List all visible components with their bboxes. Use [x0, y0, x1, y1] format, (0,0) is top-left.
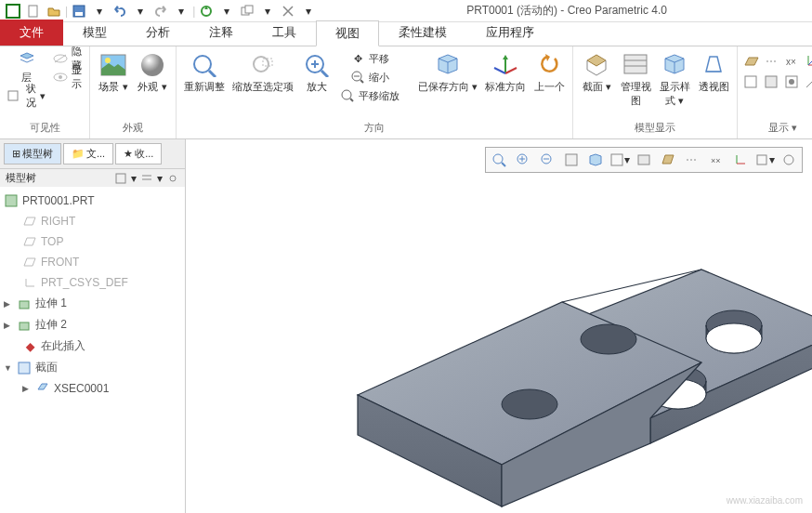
content-area: ⊞模型树 📁文... ★收... 模型树 ▾ ▾ PRT0001.PRT RIG…	[0, 139, 812, 513]
tree-tool1-icon[interactable]	[114, 172, 127, 185]
new-icon[interactable]	[24, 2, 43, 20]
pan-zoom-button[interactable]: 平移缩放	[338, 87, 401, 104]
zoom-out-button[interactable]: 缩小	[348, 69, 391, 86]
svg-point-26	[342, 90, 351, 99]
display-opt4-icon[interactable]	[805, 74, 812, 89]
svg-rect-41	[766, 76, 777, 87]
point-icon[interactable]: x×	[784, 54, 801, 69]
tab-file[interactable]: 文件	[0, 20, 63, 46]
expand-icon[interactable]: ▶	[22, 384, 32, 393]
show-button[interactable]: 显示	[51, 69, 84, 86]
save-icon[interactable]	[70, 2, 88, 20]
tab-annotate[interactable]: 注释	[190, 20, 253, 46]
tree-datum-right[interactable]: RIGHT	[4, 211, 181, 231]
3d-viewport[interactable]: ▾ ×× ▾	[186, 139, 812, 513]
regen-icon[interactable]	[197, 2, 216, 20]
collapse-icon[interactable]: ▼	[4, 363, 13, 373]
chevron-down-icon[interactable]: ▾	[217, 2, 236, 20]
zoom-in-label: 放大	[307, 80, 327, 94]
state-icon	[7, 88, 22, 103]
display-opt2-icon[interactable]	[764, 74, 780, 89]
tree-root[interactable]: PRT0001.PRT	[4, 191, 181, 211]
tree-tab-folder[interactable]: 📁文...	[63, 143, 113, 164]
display-style-button[interactable]: 显示样式 ▾	[657, 50, 692, 110]
previous-view-button[interactable]: 上一个	[531, 50, 567, 96]
saved-orient-label: 已保存方向	[418, 81, 469, 92]
saved-orient-button[interactable]: 已保存方向 ▾	[416, 50, 479, 96]
chevron-down-icon[interactable]: ▾	[258, 2, 277, 20]
svg-rect-52	[20, 301, 29, 309]
tree-tab-fav[interactable]: ★收...	[115, 143, 162, 164]
csys-icon[interactable]	[805, 54, 812, 69]
chevron-down-icon[interactable]: ▾	[131, 2, 150, 20]
tree-datum-front[interactable]: FRONT	[4, 252, 181, 272]
zoom-in-button[interactable]: 放大	[299, 50, 334, 96]
star-icon: ★	[124, 148, 133, 160]
look-button[interactable]: 外观 ▾	[135, 50, 170, 96]
svg-point-13	[105, 58, 111, 63]
tree-tab-model[interactable]: ⊞模型树	[4, 143, 61, 164]
axis-icon[interactable]	[764, 54, 780, 69]
folder-icon: 📁	[72, 148, 85, 160]
chevron-down-icon[interactable]: ▾	[299, 2, 318, 20]
ribbon-group-model-display: 截面 ▾ 管理视图 显示样式 ▾ 透视图 模型显示	[573, 46, 738, 138]
show-label: 显示	[72, 63, 82, 91]
svg-point-76	[502, 389, 557, 419]
tab-tools[interactable]: 工具	[253, 20, 316, 46]
expand-icon[interactable]: ▶	[4, 299, 13, 309]
plane-icon	[22, 255, 37, 270]
tab-view[interactable]: 视图	[316, 20, 379, 46]
scene-button[interactable]: 场景 ▾	[96, 50, 131, 96]
tree-section-node[interactable]: ▼截面	[4, 357, 181, 378]
state-button[interactable]: 状况▾	[6, 87, 47, 104]
display-opt3-icon[interactable]	[784, 74, 801, 89]
tab-analysis[interactable]: 分析	[126, 20, 190, 46]
pan-label: 平移	[369, 52, 389, 66]
standard-orient-label: 标准方向	[485, 80, 526, 94]
look-label: 外观	[138, 81, 158, 92]
redo-icon[interactable]	[151, 2, 170, 20]
part-icon	[4, 193, 19, 208]
tree-settings-icon[interactable]	[166, 172, 179, 185]
tree-extrude1[interactable]: ▶拉伸 1	[4, 293, 181, 314]
tree-header: 模型树 ▾ ▾	[0, 169, 185, 187]
close-icon[interactable]	[279, 2, 297, 20]
svg-line-22	[321, 71, 328, 77]
expand-icon[interactable]: ▶	[4, 321, 13, 330]
zoom-to-label: 缩放至选定项	[232, 80, 294, 94]
undo-icon[interactable]	[111, 2, 129, 20]
tab-flex[interactable]: 柔性建模	[379, 20, 466, 46]
layers-icon	[20, 51, 34, 66]
standard-orient-icon	[491, 52, 520, 78]
layers-button[interactable]	[18, 50, 36, 67]
tree-insert-here[interactable]: ◆在此插入	[4, 335, 181, 357]
tab-model[interactable]: 模型	[63, 20, 126, 46]
tree-datum-top[interactable]: TOP	[4, 231, 181, 252]
display-style-icon	[660, 52, 689, 78]
section-button[interactable]: 截面 ▾	[579, 50, 614, 96]
svg-rect-53	[20, 322, 29, 330]
manage-views-button[interactable]: 管理视图	[618, 50, 653, 110]
perspective-button[interactable]: 透视图	[696, 50, 731, 96]
datum-plane-icon[interactable]	[743, 54, 760, 69]
tree-body: PRT0001.PRT RIGHT TOP FRONT PRT_CSYS_DEF…	[0, 187, 185, 513]
tab-apps[interactable]: 应用程序	[466, 20, 554, 46]
windows-icon[interactable]	[238, 2, 256, 20]
svg-line-30	[494, 68, 505, 73]
hide-icon	[53, 51, 68, 66]
standard-orient-button[interactable]: 标准方向	[483, 50, 528, 96]
chevron-down-icon[interactable]: ▾	[172, 2, 190, 20]
pan-button[interactable]: ✥平移	[348, 50, 391, 67]
tree-xsec[interactable]: ▶XSEC0001	[4, 378, 181, 399]
tree-tool2-icon[interactable]	[140, 172, 153, 185]
tree-extrude2[interactable]: ▶拉伸 2	[4, 314, 181, 335]
svg-rect-40	[745, 76, 756, 87]
watermark-text: www.xiazaiba.com	[727, 495, 803, 506]
refit-button[interactable]: 重新调整	[182, 50, 227, 96]
tree-csys[interactable]: PRT_CSYS_DEF	[4, 272, 181, 293]
chevron-down-icon[interactable]: ▾	[90, 2, 109, 20]
display-opt1-icon[interactable]	[743, 74, 760, 89]
app-menu-icon[interactable]	[4, 2, 22, 20]
open-icon[interactable]	[45, 2, 63, 20]
zoom-to-button[interactable]: 缩放至选定项	[230, 50, 295, 96]
